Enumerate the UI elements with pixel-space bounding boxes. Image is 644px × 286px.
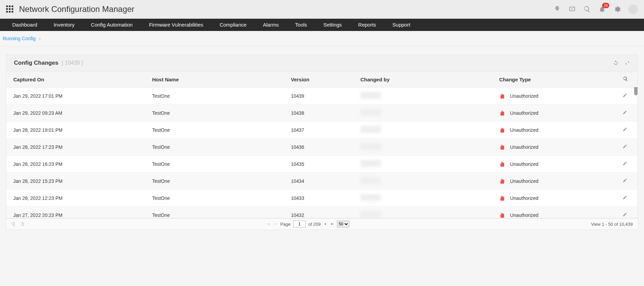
cell-edit xyxy=(612,156,638,173)
cell-version: 10434 xyxy=(284,173,354,190)
cell-version: 10438 xyxy=(284,105,354,122)
cell-change-type: Unauthorized xyxy=(493,207,612,218)
table-row[interactable]: Jan 29, 2022 09:23 AMTestOne10438Unautho… xyxy=(6,105,638,122)
cell-edit xyxy=(612,190,638,207)
cell-changed-by xyxy=(354,88,493,105)
search-icon[interactable] xyxy=(583,5,591,13)
col-version[interactable]: Version xyxy=(284,72,354,88)
thumbs-down-icon xyxy=(499,195,506,202)
cell-edit xyxy=(612,105,638,122)
thumbs-down-icon xyxy=(499,144,506,150)
cell-changed-by xyxy=(354,190,493,207)
col-host-name[interactable]: Host Name xyxy=(145,72,284,88)
top-icons: 29 xyxy=(553,4,638,14)
table-footer: Page of 209 50 View 1 - 50 of 10,439 xyxy=(6,218,638,230)
nav-tools[interactable]: Tools xyxy=(287,19,315,31)
apps-grid-icon[interactable] xyxy=(6,5,14,13)
table-row[interactable]: Jan 28, 2022 16:23 PMTestOne10435Unautho… xyxy=(6,156,638,173)
thumbs-down-icon xyxy=(499,161,506,168)
footer-refresh-icon[interactable] xyxy=(20,222,25,226)
cell-changed-by xyxy=(354,173,493,190)
nav-alarms[interactable]: Alarms xyxy=(255,19,287,31)
cell-version: 10433 xyxy=(284,190,354,207)
cell-edit xyxy=(612,207,638,218)
panel-title: Config Changes xyxy=(14,60,58,66)
edit-icon[interactable] xyxy=(623,127,627,133)
thumbs-down-icon xyxy=(499,110,506,116)
cell-captured: Jan 29, 2022 17:01 PM xyxy=(6,88,145,105)
col-change-type[interactable]: Change Type xyxy=(493,72,612,88)
table-search-icon[interactable] xyxy=(623,76,628,81)
cell-changed-by xyxy=(354,156,493,173)
cell-host: TestOne xyxy=(145,88,284,105)
col-captured-on[interactable]: Captured On xyxy=(6,72,145,88)
breadcrumb-link[interactable]: Running Config xyxy=(3,36,36,41)
cell-edit xyxy=(612,139,638,156)
table-row[interactable]: Jan 29, 2022 17:01 PMTestOne10439Unautho… xyxy=(6,88,638,105)
footer-left xyxy=(11,222,25,226)
edit-icon[interactable] xyxy=(623,144,627,150)
nav-compliance[interactable]: Compliance xyxy=(211,19,255,31)
edit-icon[interactable] xyxy=(623,110,627,116)
cell-change-type: Unauthorized xyxy=(493,105,612,122)
cell-captured: Jan 28, 2022 15:23 PM xyxy=(6,173,145,190)
next-page-icon[interactable] xyxy=(323,222,327,226)
col-changed-by[interactable]: Changed by xyxy=(354,72,493,88)
col-search xyxy=(612,72,638,88)
cell-edit xyxy=(612,88,638,105)
edit-icon[interactable] xyxy=(623,93,627,99)
rocket-icon[interactable] xyxy=(553,5,561,13)
edit-icon[interactable] xyxy=(623,161,627,167)
gear-icon[interactable] xyxy=(613,5,621,13)
cell-change-type: Unauthorized xyxy=(493,190,612,207)
cell-host: TestOne xyxy=(145,173,284,190)
nav-inventory[interactable]: Inventory xyxy=(45,19,83,31)
thumbs-down-icon xyxy=(499,178,506,185)
cell-version: 10439 xyxy=(284,88,354,105)
page-label: Page xyxy=(280,222,290,227)
avatar[interactable] xyxy=(628,4,638,14)
table-row[interactable]: Jan 28, 2022 19:01 PMTestOne10437Unautho… xyxy=(6,122,638,139)
table-header-row: Captured On Host Name Version Changed by… xyxy=(6,72,638,88)
thumbs-down-icon xyxy=(499,127,506,133)
thumbs-down-icon xyxy=(499,212,506,218)
nav-dashboard[interactable]: Dashboard xyxy=(4,19,45,31)
bell-icon[interactable]: 29 xyxy=(598,5,606,13)
nav-reports[interactable]: Reports xyxy=(350,19,384,31)
table-row[interactable]: Jan 28, 2022 15:23 PMTestOne10434Unautho… xyxy=(6,173,638,190)
prev-page-icon[interactable] xyxy=(273,222,277,226)
nav-config-automation[interactable]: Config Automation xyxy=(83,19,141,31)
nav-support[interactable]: Support xyxy=(384,19,419,31)
nav-settings[interactable]: Settings xyxy=(315,19,350,31)
table-row[interactable]: Jan 28, 2022 12:23 PMTestOne10433Unautho… xyxy=(6,190,638,207)
table-row[interactable]: Jan 28, 2022 17:23 PMTestOne10436Unautho… xyxy=(6,139,638,156)
cell-version: 10435 xyxy=(284,156,354,173)
refresh-icon[interactable] xyxy=(613,60,618,66)
cell-captured: Jan 29, 2022 09:23 AM xyxy=(6,105,145,122)
cell-host: TestOne xyxy=(145,190,284,207)
table-scroll[interactable]: Captured On Host Name Version Changed by… xyxy=(6,72,638,218)
cell-captured: Jan 28, 2022 17:23 PM xyxy=(6,139,145,156)
cell-change-type: Unauthorized xyxy=(493,156,612,173)
last-page-icon[interactable] xyxy=(330,222,334,226)
cell-host: TestOne xyxy=(145,139,284,156)
view-count: View 1 - 50 of 10,439 xyxy=(591,222,633,227)
edit-icon[interactable] xyxy=(623,178,627,184)
cell-version: 10437 xyxy=(284,122,354,139)
page-size-select[interactable]: 50 xyxy=(337,221,349,227)
cell-captured: Jan 28, 2022 19:01 PM xyxy=(6,122,145,139)
edit-icon[interactable] xyxy=(623,212,627,218)
nav-firmware[interactable]: Firmware Vulnerabilities xyxy=(141,19,212,31)
first-page-icon[interactable] xyxy=(267,222,271,226)
cell-change-type: Unauthorized xyxy=(493,88,612,105)
presentation-icon[interactable] xyxy=(568,5,576,13)
cell-captured: Jan 28, 2022 16:23 PM xyxy=(6,156,145,173)
collapse-icon[interactable] xyxy=(625,60,630,66)
cell-version: 10436 xyxy=(284,139,354,156)
edit-icon[interactable] xyxy=(623,195,627,201)
cell-edit xyxy=(612,173,638,190)
notification-badge: 29 xyxy=(602,3,609,8)
footer-search-icon[interactable] xyxy=(11,222,16,226)
table-row[interactable]: Jan 27, 2022 20:23 PMTestOne10432Unautho… xyxy=(6,207,638,218)
page-input[interactable] xyxy=(293,221,306,227)
